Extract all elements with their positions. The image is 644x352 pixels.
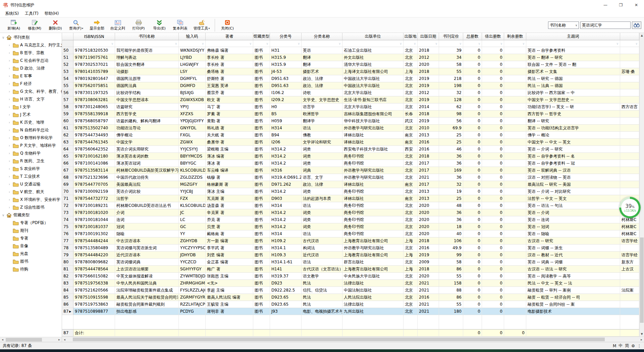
grid-cell[interactable]: D951.63 (270, 82, 302, 89)
grid-cell[interactable]: 2017 (418, 160, 439, 167)
column-filter-cell[interactable]: ∨ (253, 40, 270, 47)
grid-cell[interactable]: 介词 (115, 209, 179, 216)
grid-cell[interactable]: 图书 (253, 280, 270, 287)
grid-cell[interactable]: FZX (179, 195, 206, 202)
grid-cell[interactable]: 0 (482, 132, 504, 139)
grid-cell[interactable]: 0 (482, 160, 504, 167)
grid-cell[interactable]: 图书 (253, 118, 270, 125)
grid-cell[interactable]: 英语 -- 隐喻 (526, 230, 620, 237)
grid-cell[interactable]: 图书 (253, 252, 270, 259)
grid-cell[interactable]: 最高法院 -- 研究 -- 美国 (526, 181, 620, 188)
grid-cell[interactable]: 0 (463, 82, 482, 89)
grid-cell[interactable]: 英语 -- 自学参考资料 (526, 47, 620, 54)
tree-item[interactable]: ›K 历史、地理 (0, 119, 62, 126)
table-row[interactable]: 609787568058797语篇的建构、解构与翻译YPDJGJGYFY黄勤 著… (62, 118, 639, 125)
grid-cell[interactable]: 9787521323696 (73, 174, 115, 181)
column-header[interactable]: 出版日期 (418, 33, 439, 40)
chevron-down-icon[interactable]: ∨ (249, 42, 252, 45)
table-row[interactable]: 829787566015082中英文媒体报道解读ZYWMTBDJD张殿恩 主编图… (62, 273, 639, 280)
grid-cell[interactable]: B5 (270, 111, 302, 118)
expander-closed-icon[interactable]: › (9, 43, 13, 47)
grid-cell[interactable]: 英语词缀词典 (115, 259, 179, 266)
grid-cell[interactable]: 贝里 著 (206, 223, 253, 230)
grid-cell[interactable]: 2013 (418, 188, 439, 195)
expander-closed-icon[interactable]: › (9, 151, 13, 155)
grid-cell[interactable]: YYCZYYYPSC (179, 245, 206, 252)
grid-cell[interactable]: 2010 (418, 125, 439, 132)
grid-cell[interactable]: 电影摄影技术 (526, 308, 620, 315)
chevron-down-icon[interactable]: ∨ (298, 42, 300, 45)
grid-cell[interactable]: 舒斯特 著 (206, 75, 253, 82)
grid-cell[interactable]: I206 (270, 139, 302, 146)
grid-cell[interactable] (504, 273, 526, 280)
grid-cell[interactable]: 辛克莱 著 (206, 209, 253, 216)
grid-cell[interactable]: 2014 (418, 103, 439, 111)
grid-cell[interactable]: 0 (463, 153, 482, 160)
grid-cell[interactable]: 0 (463, 188, 482, 195)
grid-cell[interactable]: 0 (482, 188, 504, 195)
grid-cell[interactable]: 0 (482, 181, 504, 188)
grid-cell[interactable]: D922.282.5 (270, 287, 302, 294)
grid-cell[interactable]: H315.9 (270, 54, 302, 61)
grid-cell[interactable]: PCDYG (179, 308, 206, 315)
grid-cell[interactable] (504, 82, 526, 89)
grid-cell[interactable]: 128 (439, 96, 463, 103)
expander-open-icon[interactable]: ∨ (2, 36, 6, 39)
grid-cell[interactable]: 词类 (302, 153, 342, 160)
grid-cell[interactable]: H0 (270, 103, 302, 111)
grid-cell[interactable]: J4-53 (270, 68, 302, 75)
grid-cell[interactable]: 9787544478564 (73, 266, 115, 273)
grid-cell[interactable]: 语言学经 (620, 237, 639, 245)
grid-cell[interactable]: 拍出电影感 (115, 308, 179, 315)
grid-cell[interactable]: 中国政法大学出版社 (342, 75, 404, 82)
grid-cell[interactable]: 0 (482, 294, 504, 301)
grid-cell[interactable]: 9787544770705 (73, 181, 115, 188)
grid-cell[interactable] (620, 160, 639, 167)
expander-closed-icon[interactable]: › (9, 159, 13, 163)
grid-cell[interactable] (620, 181, 639, 188)
grid-cell[interactable]: D923.65 (270, 294, 302, 301)
grid-cell[interactable] (620, 125, 639, 132)
grid-cell[interactable]: 中古汉语读本 (115, 237, 179, 245)
grid-cell[interactable]: 文学评论和研究 (302, 139, 342, 146)
grid-cell[interactable]: 169 (439, 167, 463, 174)
grid-cell[interactable]: 图书 (253, 308, 270, 315)
grid-cell[interactable]: 0 (482, 230, 504, 237)
grid-cell[interactable]: 0 (482, 146, 504, 153)
tree-item[interactable]: ›Q 生物科学 (0, 149, 62, 157)
grid-cell[interactable]: 0 (463, 160, 482, 167)
grid-cell[interactable]: 论摄影 (115, 68, 179, 75)
tree-item[interactable]: ›J 艺术 (0, 111, 62, 119)
grid-cell[interactable]: 北京 (404, 216, 418, 223)
grid-cell[interactable] (504, 125, 526, 132)
grid-cell[interactable]: 106 (439, 237, 463, 245)
grid-cell[interactable]: 0 (482, 103, 504, 111)
grid-cell[interactable]: 图书 (253, 294, 270, 301)
expander-closed-icon[interactable]: › (9, 128, 13, 132)
menu-help[interactable]: 帮助(H) (42, 10, 62, 17)
grid-cell[interactable]: 北京 (404, 301, 418, 308)
grid-cell[interactable]: 联合国 -- 文件 -- 英语 -- 翻 (526, 61, 620, 68)
grid-cell[interactable] (504, 181, 526, 188)
grid-cell[interactable]: H314.2 (270, 146, 302, 153)
grid-cell[interactable]: 0 (463, 96, 482, 103)
grid-cell[interactable]: 群言出版社 (342, 259, 404, 266)
grid-cell[interactable]: 图书 (253, 160, 270, 167)
grid-cell[interactable]: 58 (439, 61, 463, 68)
expander-closed-icon[interactable]: › (9, 82, 13, 86)
grid-cell[interactable]: 25 (439, 139, 463, 146)
grid-cell[interactable]: ZGWX (179, 139, 206, 146)
grid-cell[interactable] (620, 89, 639, 96)
grid-cell[interactable]: 理解与表达 (115, 54, 179, 61)
ime-lang[interactable]: M (613, 344, 616, 348)
table-horizontal-scrollbar[interactable]: ◂ ▸ (62, 337, 644, 342)
grid-cell[interactable]: 古代汉语（文言语法） (302, 266, 342, 273)
table-row[interactable]: 589787301248065语篇研究YPYJ马丁 著图书H0语言学北京大学出版… (62, 103, 639, 111)
grid-cell[interactable] (620, 54, 639, 61)
grid-cell[interactable]: <无> (206, 280, 253, 287)
grid-cell[interactable]: 北京 (404, 96, 418, 103)
grid-cell[interactable]: 词类 (302, 216, 342, 223)
grid-cell[interactable]: 民法 -- 中文 -- 英文 -- 法 (526, 280, 620, 287)
expander-closed-icon[interactable]: › (9, 51, 13, 55)
grid-cell[interactable]: 北京 (404, 167, 418, 174)
